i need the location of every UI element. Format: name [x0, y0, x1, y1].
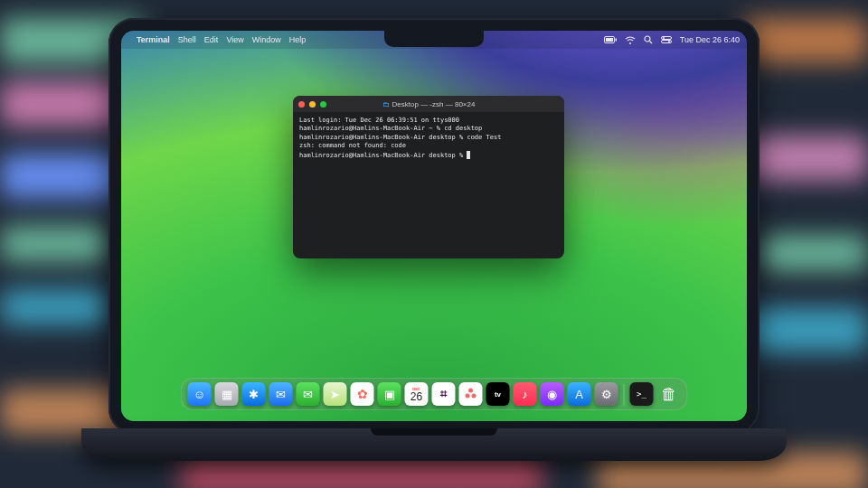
terminal-line-2: hamlinrozario@Hamlins-MacBook-Air deskto… [299, 134, 501, 141]
svg-rect-1 [615, 39, 617, 42]
dock-asana-icon[interactable] [459, 382, 483, 406]
dock-settings-icon[interactable]: ⚙ [595, 382, 618, 406]
dock-podcasts-icon[interactable]: ◉ [541, 382, 564, 406]
menubar-item-window[interactable]: Window [252, 35, 281, 44]
svg-point-8 [668, 41, 670, 42]
menubar-item-view[interactable]: View [226, 35, 243, 44]
dock-launchpad-icon[interactable]: ▦ [215, 382, 239, 406]
terminal-line-1: hamlinrozario@Hamlins-MacBook-Air ~ % cd… [299, 125, 482, 132]
dock-terminal-app-icon[interactable]: >_ [630, 382, 654, 406]
dock: ☺▦✱✉✉➤✿▣DEC26⌗tv♪◉A⚙>_🗑 [181, 378, 688, 410]
menubar-app-name[interactable]: Terminal [137, 35, 170, 44]
search-icon[interactable] [644, 35, 653, 44]
control-center-icon[interactable] [661, 36, 672, 43]
menubar-item-help[interactable]: Help [289, 35, 307, 44]
wifi-icon[interactable] [625, 36, 636, 44]
folder-icon: 🗀 [382, 100, 390, 108]
svg-point-10 [466, 394, 470, 399]
terminal-window[interactable]: 🗀 Desktop — -zsh — 80×24 Last login: Tue… [293, 96, 564, 258]
zoom-button[interactable] [320, 101, 326, 108]
dock-messages-icon[interactable]: ✉ [297, 382, 320, 406]
dock-calendar-icon[interactable]: DEC26 [405, 382, 429, 406]
dock-music-icon[interactable]: ♪ [514, 382, 537, 406]
terminal-line-0: Last login: Tue Dec 26 06:39:51 on ttys0… [299, 117, 459, 124]
terminal-body[interactable]: Last login: Tue Dec 26 06:39:51 on ttys0… [293, 112, 564, 164]
terminal-cursor [467, 151, 470, 159]
dock-finder-icon[interactable]: ☺ [188, 382, 212, 406]
terminal-titlebar[interactable]: 🗀 Desktop — -zsh — 80×24 [293, 96, 564, 112]
macbook-frame: Terminal Shell Edit View Window Help Tue… [108, 18, 760, 461]
minimize-button[interactable] [309, 101, 316, 108]
dock-safari-icon[interactable]: ✱ [242, 382, 266, 406]
svg-point-3 [645, 36, 650, 42]
battery-icon[interactable] [604, 36, 617, 43]
dock-maps-icon[interactable]: ➤ [324, 382, 347, 406]
desktop-screen: Terminal Shell Edit View Window Help Tue… [121, 31, 747, 421]
svg-point-6 [663, 37, 665, 39]
dock-appstore-icon[interactable]: A [568, 382, 591, 406]
terminal-line-4: hamlinrozario@Hamlins-MacBook-Air deskto… [299, 152, 467, 159]
menubar-item-shell[interactable]: Shell [178, 35, 196, 44]
close-button[interactable] [298, 101, 305, 108]
dock-mail-icon[interactable]: ✉ [269, 382, 293, 406]
terminal-title: Desktop — -zsh — 80×24 [392, 100, 476, 108]
svg-line-4 [649, 42, 652, 44]
dock-separator [624, 384, 625, 406]
menubar-clock[interactable]: Tue Dec 26 6:40 [680, 35, 740, 44]
svg-point-9 [468, 389, 473, 393]
laptop-lid: Terminal Shell Edit View Window Help Tue… [108, 18, 760, 434]
svg-rect-2 [606, 38, 613, 42]
dock-photos-icon[interactable]: ✿ [351, 382, 374, 406]
svg-point-11 [472, 394, 476, 399]
laptop-base [81, 428, 787, 461]
dock-slack-icon[interactable]: ⌗ [432, 382, 456, 406]
terminal-line-3: zsh: command not found: code [299, 142, 406, 149]
display-notch [384, 31, 484, 47]
dock-trash-icon[interactable]: 🗑 [657, 382, 681, 406]
dock-appletv-icon[interactable]: tv [486, 382, 510, 406]
dock-facetime-icon[interactable]: ▣ [378, 382, 401, 406]
menubar-item-edit[interactable]: Edit [204, 35, 219, 44]
